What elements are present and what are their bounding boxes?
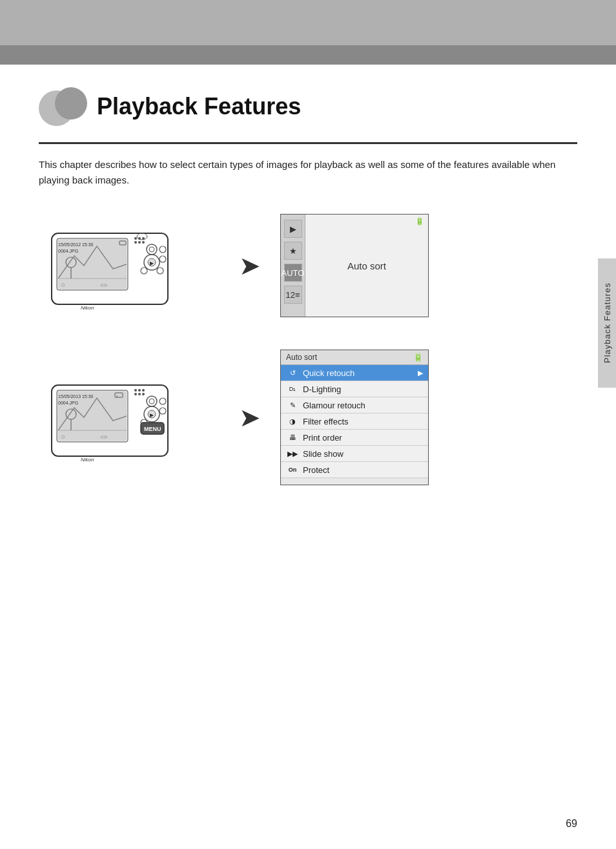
glamour-retouch-icon: ✎	[286, 400, 299, 410]
svg-point-25	[134, 241, 137, 244]
menu-left-icons: ▶ ★ AUTO 12≡	[281, 215, 305, 317]
svg-text:▶: ▶	[150, 412, 154, 418]
d-lighting-icon: D₁	[286, 384, 299, 394]
camera-illustration-2: 15/05/2013 15:30 0004.JPG ≡ ▶ MENU Nikon…	[39, 366, 220, 469]
quick-retouch-label: Quick retouch	[303, 368, 414, 378]
chapter-title: Playback Features	[97, 94, 301, 120]
svg-point-40	[159, 398, 166, 404]
menu-item-protect[interactable]: On Protect	[281, 462, 428, 478]
diagram-row-1: 15/05/2012 15:30 0004.JPG ▶ Nikon ⬡ ◁ ▷	[39, 214, 577, 317]
svg-text:◁ ▷: ◁ ▷	[100, 435, 108, 439]
menu-item-slide-show[interactable]: ▶▶ Slide show	[281, 446, 428, 462]
menu-item-filter-effects[interactable]: ◑ Filter effects	[281, 414, 428, 430]
svg-point-38	[147, 396, 157, 406]
menu-screen-2: Auto sort 🔋 ↺ Quick retouch ▶ D₁ D-Light…	[280, 350, 429, 485]
svg-point-23	[138, 237, 141, 240]
diagram-row-2: 15/05/2013 15:30 0004.JPG ≡ ▶ MENU Nikon…	[39, 350, 577, 485]
detail-menu-header: Auto sort 🔋	[281, 350, 428, 365]
page-number: 69	[566, 818, 577, 830]
slide-show-label: Slide show	[303, 449, 423, 459]
chapter-icon	[39, 84, 90, 129]
detail-battery-icon: 🔋	[413, 353, 423, 362]
top-banner	[0, 0, 616, 65]
svg-point-17	[157, 267, 163, 274]
quick-retouch-icon: ↺	[286, 368, 299, 378]
svg-point-39	[149, 399, 154, 404]
d-lighting-label: D-Lighting	[303, 384, 423, 394]
intro-text: This chapter describes how to select cer…	[39, 157, 577, 188]
detail-menu-title: Auto sort	[286, 353, 317, 362]
svg-text:≡: ≡	[116, 394, 118, 398]
top-banner-inner	[0, 45, 616, 65]
svg-point-55	[138, 393, 141, 395]
menu-icon-12: 12≡	[284, 286, 302, 304]
page-content: Playback Features This chapter describes…	[0, 65, 616, 556]
filter-effects-label: Filter effects	[303, 417, 423, 426]
auto-sort-label: Auto sort	[347, 260, 386, 271]
svg-point-10	[149, 247, 154, 252]
svg-point-51	[134, 389, 137, 392]
svg-point-9	[147, 244, 157, 255]
svg-text:◁ ▷: ◁ ▷	[100, 283, 108, 287]
svg-text:Nikon: Nikon	[81, 457, 94, 463]
svg-text:⬡: ⬡	[61, 283, 65, 287]
menu-screen-1: ▶ ★ AUTO 12≡ 🔋 Auto sort	[280, 214, 429, 317]
svg-point-52	[138, 389, 141, 392]
menu-item-glamour-retouch[interactable]: ✎ Glamour retouch	[281, 397, 428, 414]
battery-icon: 🔋	[415, 217, 424, 225]
camera-illustration-1: 15/05/2012 15:30 0004.JPG ▶ Nikon ⬡ ◁ ▷	[39, 214, 220, 317]
svg-point-22	[134, 237, 137, 240]
svg-text:0004.JPG: 0004.JPG	[58, 401, 78, 405]
svg-point-26	[138, 241, 141, 244]
menu-item-d-lighting[interactable]: D₁ D-Lighting	[281, 381, 428, 397]
svg-text:15/05/2012 15:30: 15/05/2012 15:30	[58, 242, 94, 247]
quick-retouch-arrow: ▶	[418, 369, 423, 377]
print-order-icon: 🖶	[286, 432, 299, 443]
svg-text:⬡: ⬡	[61, 435, 65, 439]
arrow-1: ➤	[239, 251, 261, 280]
arrow-2: ➤	[239, 403, 261, 432]
svg-point-24	[142, 237, 145, 240]
filter-effects-icon: ◑	[286, 416, 299, 426]
menu-right-content: 🔋 Auto sort	[305, 215, 428, 317]
svg-point-41	[159, 408, 166, 414]
svg-text:0004.JPG: 0004.JPG	[58, 249, 78, 253]
glamour-retouch-label: Glamour retouch	[303, 401, 423, 410]
svg-text:Nikon: Nikon	[81, 305, 94, 311]
svg-text:15/05/2013 15:30: 15/05/2013 15:30	[58, 394, 94, 399]
protect-label: Protect	[303, 465, 423, 475]
print-order-label: Print order	[303, 433, 423, 443]
menu-icon-auto: AUTO	[284, 264, 302, 282]
side-tab: Playback Features	[598, 258, 616, 388]
chapter-header: Playback Features	[39, 84, 577, 129]
menu-item-print-order[interactable]: 🖶 Print order	[281, 430, 428, 446]
menu-icon-star: ★	[284, 242, 302, 260]
svg-point-27	[142, 241, 145, 244]
svg-point-11	[159, 246, 166, 253]
slide-show-icon: ▶▶	[286, 448, 299, 459]
detail-menu-items: ↺ Quick retouch ▶ D₁ D-Lighting ✎ Glamou…	[281, 365, 428, 478]
svg-point-12	[159, 256, 166, 262]
menu-icon-playback: ▶	[284, 220, 302, 238]
icon-circle2	[55, 87, 87, 120]
svg-point-16	[141, 267, 147, 274]
svg-text:▶: ▶	[150, 260, 154, 266]
menu-item-quick-retouch[interactable]: ↺ Quick retouch ▶	[281, 365, 428, 381]
svg-point-56	[142, 393, 145, 395]
section-divider	[39, 142, 577, 144]
svg-point-54	[134, 393, 137, 395]
svg-text:MENU: MENU	[144, 426, 161, 432]
svg-point-53	[142, 389, 145, 392]
protect-icon: On	[286, 465, 299, 475]
